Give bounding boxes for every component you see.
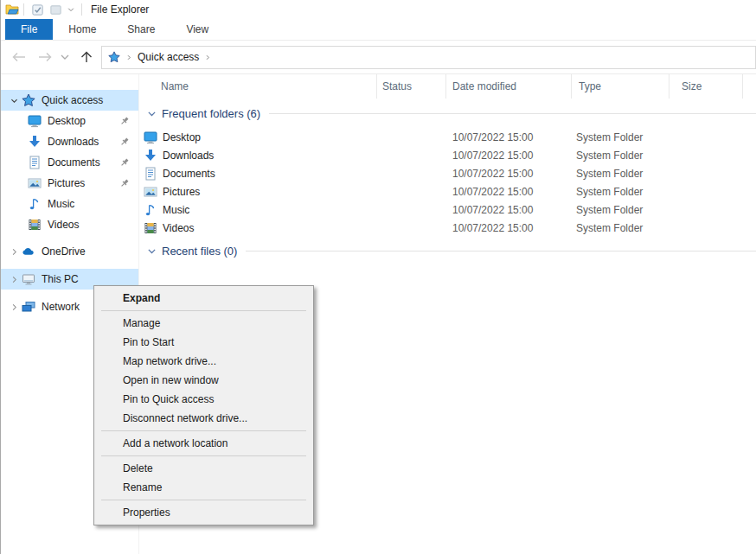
- chevron-down-icon[interactable]: [6, 96, 22, 105]
- pin-icon[interactable]: [119, 177, 131, 189]
- row-date-modified: 10/07/2022 15:00: [446, 131, 572, 143]
- column-header-date-modified[interactable]: Date modified: [446, 74, 572, 99]
- qat-new-folder-button[interactable]: [49, 3, 62, 16]
- title-bar: File Explorer: [1, 0, 756, 19]
- documents-icon: [144, 167, 157, 181]
- table-row-downloads[interactable]: Downloads 10/07/2022 15:00 System Folder: [139, 146, 756, 164]
- qat-customize-dropdown[interactable]: [67, 5, 75, 14]
- row-name: Videos: [163, 222, 194, 234]
- row-type: System Folder: [572, 204, 670, 216]
- chevron-down-icon[interactable]: [146, 245, 157, 257]
- sidebar-item-label: Music: [48, 198, 74, 210]
- sidebar-item-quick-access[interactable]: Quick access: [1, 90, 138, 111]
- column-header-size[interactable]: Size: [670, 74, 743, 99]
- breadcrumb-chevron-icon[interactable]: [125, 54, 132, 61]
- network-icon: [22, 300, 35, 314]
- window-title: File Explorer: [91, 3, 149, 16]
- row-date-modified: 10/07/2022 15:00: [446, 204, 572, 216]
- group-header-rule: [246, 251, 756, 252]
- breadcrumb-chevron-icon[interactable]: [204, 54, 211, 61]
- forward-button[interactable]: [35, 50, 54, 64]
- menu-item-map-network-drive[interactable]: Map network drive...: [94, 352, 313, 371]
- pin-icon[interactable]: [119, 156, 131, 169]
- row-date-modified: 10/07/2022 15:00: [446, 222, 572, 234]
- table-row-videos[interactable]: Videos 10/07/2022 15:00 System Folder: [139, 219, 756, 237]
- row-type: System Folder: [572, 150, 670, 162]
- group-header-frequent-folders[interactable]: Frequent folders (6): [139, 105, 756, 122]
- sidebar-item-label: Videos: [48, 219, 79, 231]
- group-header-label: Frequent folders (6): [162, 107, 260, 120]
- sidebar-item-onedrive[interactable]: OneDrive: [1, 241, 138, 262]
- pin-icon[interactable]: [119, 136, 131, 148]
- column-header-name[interactable]: Name: [139, 74, 377, 99]
- menu-item-rename[interactable]: Rename: [94, 478, 313, 497]
- file-explorer-window: File Explorer File Home Share View Quick…: [0, 0, 756, 554]
- pin-icon[interactable]: [119, 115, 131, 127]
- pictures-icon: [28, 176, 42, 190]
- downloads-icon: [28, 135, 42, 149]
- divider: [23, 3, 24, 16]
- sidebar-item-downloads[interactable]: Downloads: [1, 131, 138, 152]
- downloads-icon: [144, 149, 157, 162]
- column-header-type[interactable]: Type: [572, 74, 670, 99]
- column-header-status[interactable]: Status: [377, 74, 446, 99]
- chevron-down-icon[interactable]: [146, 108, 157, 119]
- table-row-pictures[interactable]: Pictures 10/07/2022 15:00 System Folder: [139, 182, 756, 201]
- qat-properties-button[interactable]: [31, 3, 44, 16]
- videos-icon: [144, 221, 157, 235]
- quick-access-star-icon: [108, 51, 120, 63]
- music-icon: [28, 197, 42, 211]
- tab-share[interactable]: Share: [112, 19, 170, 40]
- group-header-label: Recent files (0): [162, 245, 237, 258]
- sidebar-item-label: Quick access: [42, 94, 103, 106]
- row-type: System Folder: [572, 168, 670, 180]
- quick-access-star-icon: [22, 93, 35, 107]
- group-header-recent-files[interactable]: Recent files (0): [139, 242, 756, 259]
- chevron-right-icon[interactable]: [6, 302, 22, 312]
- column-header-row: Name Status Date modified Type Size: [139, 74, 756, 99]
- ribbon-tabs: File Home Share View: [1, 19, 756, 41]
- sidebar-item-label: Documents: [48, 156, 100, 169]
- documents-icon: [28, 156, 42, 169]
- up-button[interactable]: [79, 50, 94, 64]
- menu-item-pin-to-start[interactable]: Pin to Start: [94, 333, 313, 352]
- back-button[interactable]: [10, 50, 29, 64]
- tab-file[interactable]: File: [5, 19, 53, 40]
- chevron-right-icon[interactable]: [6, 247, 22, 257]
- chevron-right-icon[interactable]: [6, 275, 22, 284]
- table-row-desktop[interactable]: Desktop 10/07/2022 15:00 System Folder: [139, 128, 756, 146]
- sidebar-item-music[interactable]: Music: [1, 194, 138, 214]
- tab-home[interactable]: Home: [53, 19, 112, 40]
- desktop-icon: [28, 114, 42, 128]
- music-icon: [144, 203, 157, 217]
- sidebar-group-gap: [1, 235, 138, 241]
- desktop-icon: [144, 131, 157, 144]
- sidebar-group-gap: [1, 262, 138, 269]
- menu-item-add-network-location[interactable]: Add a network location: [94, 434, 313, 453]
- menu-item-delete[interactable]: Delete: [94, 459, 313, 478]
- menu-separator: [101, 455, 306, 456]
- recent-locations-dropdown[interactable]: [60, 53, 70, 61]
- sidebar-item-videos[interactable]: Videos: [1, 214, 138, 235]
- menu-item-properties[interactable]: Properties: [94, 503, 313, 522]
- pictures-icon: [144, 185, 157, 199]
- address-bar[interactable]: Quick access: [101, 46, 756, 69]
- row-date-modified: 10/07/2022 15:00: [446, 186, 572, 198]
- menu-separator: [101, 500, 306, 500]
- sidebar-item-pictures[interactable]: Pictures: [1, 173, 138, 194]
- row-type: System Folder: [572, 131, 670, 143]
- menu-item-expand[interactable]: Expand: [94, 289, 313, 308]
- menu-item-disconnect-network-drive[interactable]: Disconnect network drive...: [94, 409, 313, 428]
- group-header-rule: [269, 113, 756, 114]
- menu-item-manage[interactable]: Manage: [94, 314, 313, 333]
- table-row-music[interactable]: Music 10/07/2022 15:00 System Folder: [139, 201, 756, 219]
- menu-item-pin-to-quick-access[interactable]: Pin to Quick access: [94, 390, 313, 409]
- tab-view[interactable]: View: [170, 19, 224, 40]
- sidebar-item-label: Network: [42, 301, 80, 313]
- sidebar-item-documents[interactable]: Documents: [1, 152, 138, 173]
- menu-item-open-in-new-window[interactable]: Open in new window: [94, 371, 313, 390]
- menu-separator: [101, 310, 306, 311]
- table-row-documents[interactable]: Documents 10/07/2022 15:00 System Folder: [139, 164, 756, 182]
- breadcrumb-segment[interactable]: Quick access: [138, 51, 199, 63]
- sidebar-item-desktop[interactable]: Desktop: [1, 111, 138, 131]
